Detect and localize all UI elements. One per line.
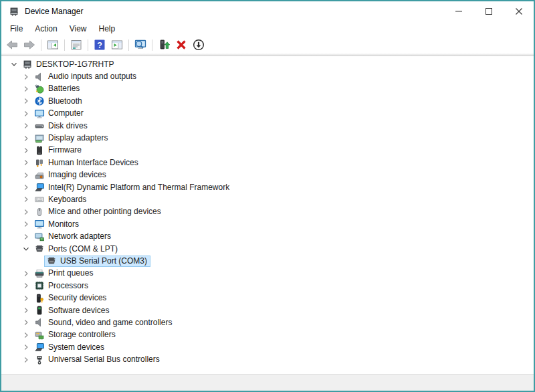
uninstall-device-button[interactable] <box>173 37 189 53</box>
tree-item[interactable]: System devices <box>1 341 534 353</box>
disable-device-button[interactable] <box>191 37 207 53</box>
window-controls <box>443 1 534 21</box>
chevron-expanded-icon[interactable] <box>8 58 20 70</box>
chevron-collapsed-icon[interactable] <box>20 354 32 366</box>
chevron-expanded-icon[interactable] <box>20 243 32 255</box>
minimize-button[interactable] <box>443 1 473 21</box>
tree-item-content[interactable]: Software devices <box>32 305 112 316</box>
tree-item-content[interactable]: Mice and other pointing devices <box>32 206 165 217</box>
tree-item[interactable]: Mice and other pointing devices <box>1 206 534 218</box>
tree-item-content[interactable]: Disk drives <box>32 120 91 132</box>
tree-item-content[interactable]: Audio inputs and outputs <box>32 71 140 82</box>
chevron-collapsed-icon[interactable] <box>20 181 32 193</box>
show-action-pane-icon <box>110 38 124 52</box>
show-action-pane-button[interactable] <box>109 37 125 53</box>
tree-item-content[interactable]: Ports (COM & LPT) <box>32 243 121 255</box>
tree-item-content[interactable]: Batteries <box>32 83 83 94</box>
chevron-collapsed-icon[interactable] <box>20 218 32 230</box>
back-button[interactable] <box>4 37 20 53</box>
tree-item-content[interactable]: Human Interface Devices <box>32 157 142 169</box>
tree-item-content[interactable]: Display adapters <box>32 132 111 144</box>
tree-item[interactable]: Firmware <box>1 144 534 157</box>
tree-item[interactable]: Keyboards <box>1 193 534 205</box>
imaging-device-icon <box>34 170 45 181</box>
tree-item-content[interactable]: Universal Serial Bus controllers <box>32 354 163 365</box>
tree-item-content[interactable]: USB Serial Port (COM3) <box>44 256 150 267</box>
tree-item-content[interactable]: DESKTOP-1G7RHTP <box>20 59 117 70</box>
chevron-collapsed-icon[interactable] <box>20 144 32 157</box>
tree-item-label: Print queues <box>48 268 93 279</box>
forward-button[interactable] <box>21 37 37 53</box>
chevron-collapsed-icon[interactable] <box>20 108 32 120</box>
tree-item[interactable]: Imaging devices <box>1 169 534 181</box>
tree-item-content[interactable]: Print queues <box>32 268 96 279</box>
tree-item-content[interactable]: Security devices <box>32 292 110 304</box>
tree-item[interactable]: USB Serial Port (COM3) <box>1 255 534 267</box>
tree-item-content[interactable]: Imaging devices <box>32 169 110 181</box>
tree-item-content[interactable]: Intel(R) Dynamic Platform and Thermal Fr… <box>32 182 233 193</box>
menu-help[interactable]: Help <box>93 21 122 36</box>
tree-item[interactable]: Batteries <box>1 83 534 95</box>
menu-file[interactable]: File <box>4 21 29 36</box>
help-button[interactable]: ? <box>92 37 108 53</box>
title-bar: Device Manager <box>1 1 534 21</box>
tree-item[interactable]: Processors <box>1 280 534 292</box>
update-driver-button[interactable] <box>156 37 172 53</box>
chevron-collapsed-icon[interactable] <box>20 157 32 169</box>
tree-item[interactable]: Sound, video and game controllers <box>1 316 534 328</box>
tree-item[interactable]: Monitors <box>1 218 534 230</box>
tree-item[interactable]: Disk drives <box>1 120 534 132</box>
tree-item[interactable]: DESKTOP-1G7RHTP <box>1 58 534 70</box>
chevron-collapsed-icon[interactable] <box>20 132 32 144</box>
chevron-collapsed-icon[interactable] <box>20 304 32 316</box>
menu-action[interactable]: Action <box>29 21 63 36</box>
scan-hardware-changes-button[interactable] <box>132 37 148 53</box>
tree-item-content[interactable]: Network adapters <box>32 231 114 242</box>
chevron-collapsed-icon[interactable] <box>20 292 32 304</box>
tree-item-content[interactable]: Storage controllers <box>32 329 119 340</box>
chevron-collapsed-icon[interactable] <box>20 341 32 353</box>
chevron-collapsed-icon[interactable] <box>20 268 32 280</box>
tree-item[interactable]: Audio inputs and outputs <box>1 70 534 82</box>
tree-item[interactable]: Human Interface Devices <box>1 157 534 169</box>
tree-item[interactable]: Security devices <box>1 292 534 304</box>
chevron-collapsed-icon[interactable] <box>20 83 32 95</box>
chevron-collapsed-icon[interactable] <box>20 329 32 341</box>
tree-item[interactable]: Storage controllers <box>1 329 534 341</box>
menu-view[interactable]: View <box>64 21 93 36</box>
tree-item-content[interactable]: Processors <box>32 280 92 292</box>
tree-item[interactable]: Computer <box>1 108 534 120</box>
chevron-collapsed-icon[interactable] <box>20 316 32 328</box>
chevron-collapsed-icon[interactable] <box>20 193 32 205</box>
tree-item-content[interactable]: Firmware <box>32 144 85 156</box>
maximize-button[interactable] <box>473 1 504 21</box>
tree-item[interactable]: Intel(R) Dynamic Platform and Thermal Fr… <box>1 181 534 193</box>
chevron-collapsed-icon[interactable] <box>20 169 32 181</box>
close-button[interactable] <box>504 1 534 21</box>
chevron-collapsed-icon[interactable] <box>20 71 32 83</box>
maximize-icon <box>486 8 492 15</box>
properties-button[interactable] <box>68 37 84 53</box>
tree-item-content[interactable]: Keyboards <box>32 194 90 205</box>
tree-item-content[interactable]: Computer <box>32 108 87 119</box>
tree-item-content[interactable]: Sound, video and game controllers <box>32 317 175 328</box>
toolbar-separator <box>64 39 65 51</box>
chevron-collapsed-icon[interactable] <box>20 206 32 218</box>
tree-item[interactable]: Network adapters <box>1 230 534 242</box>
tree-item[interactable]: Bluetooth <box>1 95 534 107</box>
tree-item[interactable]: Display adapters <box>1 132 534 144</box>
toolbar-separator <box>152 39 152 51</box>
tree-item[interactable]: Ports (COM & LPT) <box>1 243 534 255</box>
tree-item[interactable]: Universal Serial Bus controllers <box>1 353 534 365</box>
tree-item[interactable]: Software devices <box>1 304 534 316</box>
device-tree: DESKTOP-1G7RHTPAudio inputs and outputsB… <box>1 56 534 374</box>
tree-item-content[interactable]: System devices <box>32 342 108 353</box>
tree-item[interactable]: Print queues <box>1 268 534 280</box>
chevron-collapsed-icon[interactable] <box>20 280 32 292</box>
tree-item-content[interactable]: Monitors <box>32 219 82 230</box>
show-console-tree-button[interactable] <box>45 37 61 53</box>
chevron-collapsed-icon[interactable] <box>20 231 32 243</box>
chevron-collapsed-icon[interactable] <box>20 120 32 132</box>
chevron-collapsed-icon[interactable] <box>20 95 32 107</box>
tree-item-content[interactable]: Bluetooth <box>32 96 86 107</box>
